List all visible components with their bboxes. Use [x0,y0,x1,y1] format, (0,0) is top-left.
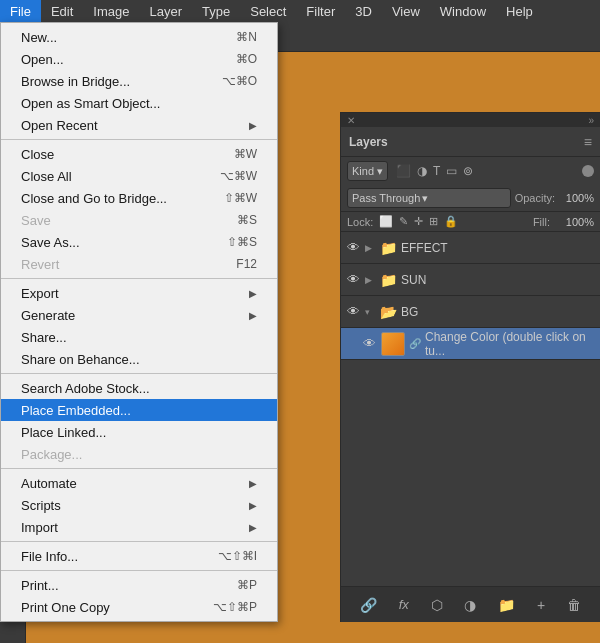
filter-smart-icon[interactable]: ⊚ [463,164,473,178]
layers-panel-title: Layers [349,135,388,149]
menu-item-print-one[interactable]: Print One Copy ⌥⇧⌘P [1,596,277,618]
file-menu-dropdown: New... ⌘N Open... ⌘O Browse in Bridge...… [0,22,278,622]
panel-search-row: Kind ▾ ⬛ ◑ T ▭ ⊚ [341,157,600,185]
lock-row: Lock: ⬜ ✎ ✛ ⊞ 🔒 Fill: 100% [341,212,600,232]
menu-item-revert[interactable]: Revert F12 [1,253,277,275]
menu-item-file-info[interactable]: File Info... ⌥⇧⌘I [1,545,277,567]
footer-delete-icon[interactable]: 🗑 [567,597,581,613]
kind-chevron-icon: ▾ [377,165,383,178]
filter-adjust-icon[interactable]: ◑ [417,164,427,178]
menu-type[interactable]: Type [192,0,240,22]
menu-item-search-stock[interactable]: Search Adobe Stock... [1,377,277,399]
menu-item-package[interactable]: Package... [1,443,277,465]
footer-link-icon[interactable]: 🔗 [360,597,377,613]
separator-5 [1,541,277,542]
menu-item-save-as[interactable]: Save As... ⇧⌘S [1,231,277,253]
menu-select[interactable]: Select [240,0,296,22]
panel-filter-icons: ⬛ ◑ T ▭ ⊚ [396,164,473,178]
menu-file[interactable]: File [0,0,41,22]
menu-edit[interactable]: Edit [41,0,83,22]
footer-group-icon[interactable]: 📁 [498,597,515,613]
lock-image-icon[interactable]: ✎ [399,215,408,228]
layer-arrow-bg[interactable]: ▾ [365,307,375,317]
menu-view[interactable]: View [382,0,430,22]
kind-label: Kind [352,165,374,177]
menu-layer[interactable]: Layer [140,0,193,22]
separator-4 [1,468,277,469]
filter-pixel-icon[interactable]: ⬛ [396,164,411,178]
layer-chain-icon: 🔗 [409,338,421,349]
menu-item-open-recent[interactable]: Open Recent ▶ [1,114,277,136]
separator-3 [1,373,277,374]
layer-folder-bg: 📂 [379,304,397,320]
footer-adjustment-icon[interactable]: ◑ [464,597,476,613]
layers-panel: ✕ » Layers ≡ Kind ▾ ⬛ ◑ T ▭ ⊚ Pass Throu… [340,112,600,622]
eye-icon-bg[interactable]: 👁 [345,304,361,319]
fill-label: Fill: [533,216,550,228]
footer-fx-icon[interactable]: fx [399,597,409,612]
menu-item-scripts[interactable]: Scripts ▶ [1,494,277,516]
menu-item-close[interactable]: Close ⌘W [1,143,277,165]
footer-mask-icon[interactable]: ⬡ [431,597,443,613]
filter-toggle[interactable] [582,165,594,177]
blend-mode-label: Pass Through [352,192,420,204]
menu-item-generate[interactable]: Generate ▶ [1,304,277,326]
panel-collapse-bar: ✕ » [341,113,600,127]
filter-shape-icon[interactable]: ▭ [446,164,457,178]
menu-item-share-behance[interactable]: Share on Behance... [1,348,277,370]
footer-new-layer-icon[interactable]: + [537,597,545,613]
eye-icon-sun[interactable]: 👁 [345,272,361,287]
layer-item-bg[interactable]: 👁 ▾ 📂 BG [341,296,600,328]
menu-window[interactable]: Window [430,0,496,22]
fill-value[interactable]: 100% [556,216,594,228]
menu-item-import[interactable]: Import ▶ [1,516,277,538]
layer-item-change-color[interactable]: 👁 🔗 Change Color (double click on tu... [341,328,600,360]
menu-item-open[interactable]: Open... ⌘O [1,48,277,70]
menu-item-place-embedded[interactable]: Place Embedded... [1,399,277,421]
layer-folder-effect: 📁 [379,240,397,256]
menu-filter[interactable]: Filter [296,0,345,22]
lock-transparent-icon[interactable]: ⬜ [379,215,393,228]
separator-1 [1,139,277,140]
blend-mode-chevron-icon: ▾ [422,192,428,205]
menu-image[interactable]: Image [83,0,139,22]
menu-item-browse-bridge[interactable]: Browse in Bridge... ⌥⌘O [1,70,277,92]
layer-item-effect[interactable]: 👁 ▶ 📁 EFFECT [341,232,600,264]
menu-item-export[interactable]: Export ▶ [1,282,277,304]
layer-name-change-color: Change Color (double click on tu... [425,330,596,358]
blend-mode-row: Pass Through ▾ Opacity: 100% [341,185,600,212]
kind-dropdown[interactable]: Kind ▾ [347,161,388,181]
blend-mode-dropdown[interactable]: Pass Through ▾ [347,188,511,208]
layer-item-sun[interactable]: 👁 ▶ 📁 SUN [341,264,600,296]
lock-position-icon[interactable]: ✛ [414,215,423,228]
panel-header: Layers ≡ [341,127,600,157]
layer-folder-sun: 📁 [379,272,397,288]
panel-menu-icon[interactable]: ≡ [584,134,592,150]
menu-item-automate[interactable]: Automate ▶ [1,472,277,494]
menu-help[interactable]: Help [496,0,543,22]
opacity-value[interactable]: 100% [559,192,594,204]
filter-type-icon[interactable]: T [433,164,440,178]
menu-item-new[interactable]: New... ⌘N [1,26,277,48]
menu-item-share[interactable]: Share... [1,326,277,348]
layer-name-sun: SUN [401,273,596,287]
eye-icon-effect[interactable]: 👁 [345,240,361,255]
lock-all-icon[interactable]: 🔒 [444,215,458,228]
layer-name-bg: BG [401,305,596,319]
menu-item-place-linked[interactable]: Place Linked... [1,421,277,443]
layer-arrow-effect[interactable]: ▶ [365,243,375,253]
layers-list: 👁 ▶ 📁 EFFECT 👁 ▶ 📁 SUN 👁 ▾ 📂 BG 👁 🔗 Chan [341,232,600,586]
menu-3d[interactable]: 3D [345,0,382,22]
menu-item-close-all[interactable]: Close All ⌥⌘W [1,165,277,187]
layer-arrow-sun[interactable]: ▶ [365,275,375,285]
separator-6 [1,570,277,571]
collapse-left-icon[interactable]: ✕ [347,115,355,126]
lock-artboard-icon[interactable]: ⊞ [429,215,438,228]
collapse-right-icon[interactable]: » [588,115,594,126]
menu-item-print[interactable]: Print... ⌘P [1,574,277,596]
menu-item-open-smart[interactable]: Open as Smart Object... [1,92,277,114]
menu-item-close-bridge[interactable]: Close and Go to Bridge... ⇧⌘W [1,187,277,209]
menu-item-save[interactable]: Save ⌘S [1,209,277,231]
layer-thumbnail-change-color [381,332,405,356]
eye-icon-change-color[interactable]: 👁 [361,336,377,351]
